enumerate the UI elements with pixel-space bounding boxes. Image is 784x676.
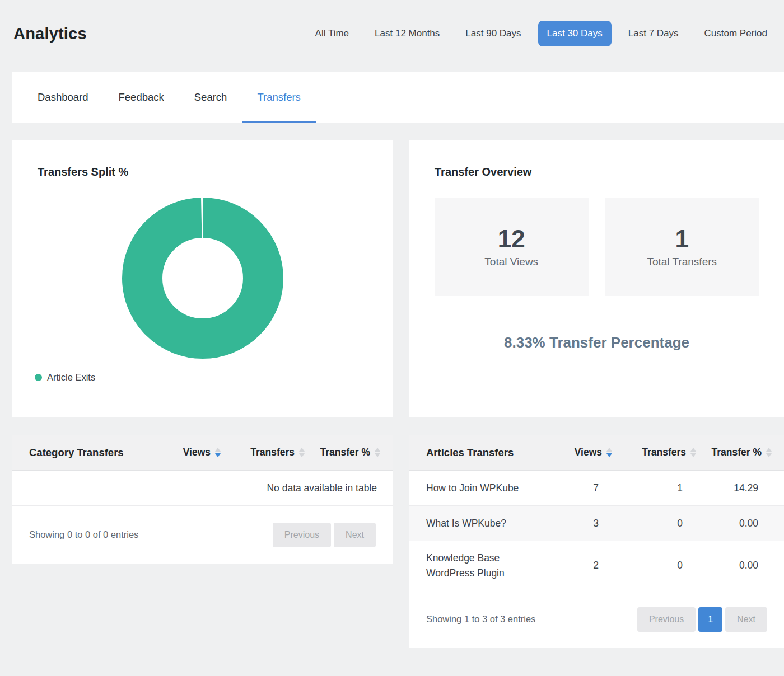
period-last-12-months[interactable]: Last 12 Months [366, 21, 449, 46]
page-header: Analytics All Time Last 12 Months Last 9… [0, 0, 784, 72]
articles-next-button[interactable]: Next [725, 607, 767, 632]
stat-total-views: 12 Total Views [435, 198, 589, 296]
articles-sort-transfers[interactable]: Transfers [612, 447, 696, 458]
articles-sort-views[interactable]: Views [534, 447, 612, 458]
transfer-overview-title: Transfer Overview [435, 166, 759, 179]
category-sort-percent[interactable]: Transfer % [305, 447, 380, 458]
donut-chart-svg [122, 198, 283, 359]
tab-feedback[interactable]: Feedback [104, 72, 179, 123]
legend-label: Article Exits [47, 372, 95, 383]
article-name: How to Join WPKube [426, 481, 534, 495]
articles-pagination: Previous 1 Next [637, 607, 767, 632]
category-table-title: Category Transfers [29, 447, 142, 459]
articles-table-footer: Showing 1 to 3 of 3 entries Previous 1 N… [409, 590, 784, 648]
sort-icon [690, 448, 696, 457]
article-views: 2 [534, 560, 612, 571]
article-percent: 14.29 [696, 482, 772, 494]
transfer-overview-card: Transfer Overview 12 Total Views 1 Total… [409, 140, 784, 417]
donut-chart [38, 198, 367, 359]
sort-icon [375, 448, 380, 457]
category-next-button[interactable]: Next [334, 523, 376, 547]
page-title: Analytics [13, 25, 87, 43]
article-percent: 0.00 [696, 518, 772, 529]
period-custom[interactable]: Custom Period [696, 21, 776, 46]
table-row: Knowledge Base WordPress Plugin 2 0 0.00 [409, 541, 784, 590]
period-last-90-days[interactable]: Last 90 Days [456, 21, 530, 46]
total-transfers-label: Total Transfers [647, 256, 717, 268]
sort-desc-icon [606, 448, 612, 457]
article-percent: 0.00 [696, 560, 772, 571]
sort-desc-icon [215, 448, 221, 457]
section-tab-bar: Dashboard Feedback Search Transfers [12, 72, 784, 123]
total-views-label: Total Views [484, 256, 538, 268]
sort-icon [299, 448, 305, 457]
transfers-split-card: Transfers Split % Article Exits [12, 140, 393, 417]
overview-stats: 12 Total Views 1 Total Transfers [435, 198, 759, 296]
chart-legend: Article Exits [35, 372, 367, 383]
total-views-value: 12 [498, 227, 525, 251]
legend-dot-icon [35, 374, 42, 381]
transfers-split-title: Transfers Split % [38, 166, 367, 179]
articles-sort-percent[interactable]: Transfer % [696, 447, 772, 458]
article-name: What Is WPKube? [426, 516, 534, 531]
period-nav: All Time Last 12 Months Last 90 Days Las… [306, 21, 776, 46]
table-row: What Is WPKube? 3 0 0.00 [409, 506, 784, 541]
sort-icon [766, 448, 772, 457]
article-name: Knowledge Base WordPress Plugin [426, 551, 530, 580]
articles-table-title: Articles Transfers [426, 447, 534, 459]
total-transfers-value: 1 [675, 227, 689, 251]
articles-page-1-button[interactable]: 1 [698, 607, 722, 632]
article-transfers: 0 [612, 518, 696, 529]
category-pagination: Previous Next [273, 523, 376, 547]
category-table-footer: Showing 0 to 0 of 0 entries Previous Nex… [12, 506, 393, 564]
article-views: 3 [534, 518, 612, 529]
donut-slice-article-exits[interactable] [142, 218, 263, 339]
period-all-time[interactable]: All Time [306, 21, 358, 46]
period-last-7-days[interactable]: Last 7 Days [619, 21, 688, 46]
main-content: Transfers Split % Article Exits Transfer… [12, 140, 784, 648]
articles-transfers-card: Articles Transfers Views Transfers Trans… [409, 435, 784, 648]
category-sort-views[interactable]: Views [142, 447, 221, 458]
article-views: 7 [534, 482, 612, 494]
stat-total-transfers: 1 Total Transfers [605, 198, 759, 296]
category-transfers-card: Category Transfers Views Transfers Trans… [12, 435, 393, 564]
articles-previous-button[interactable]: Previous [637, 607, 696, 632]
table-row: How to Join WPKube 7 1 14.29 [409, 471, 784, 506]
article-transfers: 0 [612, 560, 696, 571]
article-transfers: 1 [612, 482, 696, 494]
tab-search[interactable]: Search [179, 72, 242, 123]
category-sort-transfers[interactable]: Transfers [221, 447, 305, 458]
tab-dashboard[interactable]: Dashboard [22, 72, 104, 123]
tab-transfers[interactable]: Transfers [242, 72, 315, 123]
transfer-percentage-text: 8.33% Transfer Percentage [435, 334, 759, 351]
articles-showing-text: Showing 1 to 3 of 3 entries [426, 614, 535, 625]
articles-table-header: Articles Transfers Views Transfers Trans… [409, 435, 784, 471]
period-last-30-days[interactable]: Last 30 Days [538, 21, 612, 46]
category-previous-button[interactable]: Previous [273, 523, 331, 547]
category-showing-text: Showing 0 to 0 of 0 entries [29, 529, 138, 540]
category-empty-row: No data available in table [12, 471, 393, 506]
category-table-header: Category Transfers Views Transfers Trans… [12, 435, 393, 471]
